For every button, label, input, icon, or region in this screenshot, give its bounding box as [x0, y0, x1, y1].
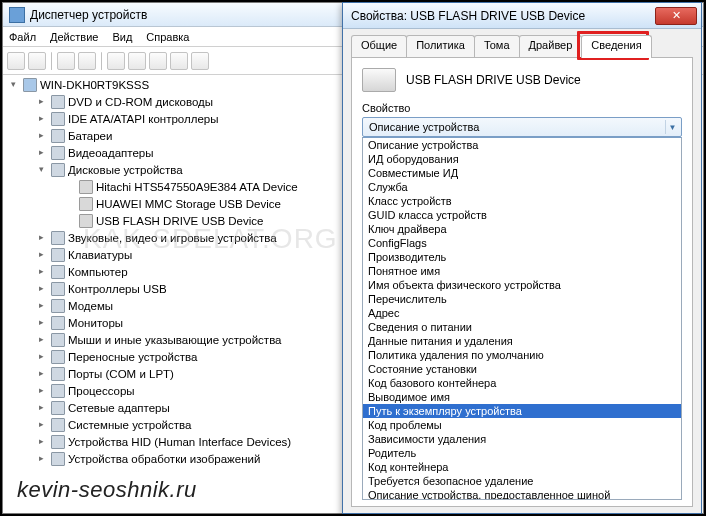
- tree-node-label[interactable]: Устройства обработки изображений: [68, 453, 260, 465]
- tree-toggle[interactable]: ▸: [37, 284, 46, 293]
- property-combobox[interactable]: Описание устройства ▼: [362, 117, 682, 137]
- tab-volumes[interactable]: Тома: [474, 35, 520, 57]
- tree-node-label[interactable]: Порты (COM и LPT): [68, 368, 174, 380]
- tree-node-label[interactable]: Клавиатуры: [68, 249, 132, 261]
- toolbar-disable-button[interactable]: [170, 52, 188, 70]
- property-option[interactable]: ConfigFlags: [363, 236, 681, 250]
- toolbar-update-button[interactable]: [128, 52, 146, 70]
- tree-node-label[interactable]: Модемы: [68, 300, 113, 312]
- tree-leaf-label[interactable]: HUAWEI MMC Storage USB Device: [96, 198, 281, 210]
- tree-node-label[interactable]: Процессоры: [68, 385, 135, 397]
- property-option[interactable]: Понятное имя: [363, 264, 681, 278]
- tree-leaf-label[interactable]: Hitachi HTS547550A9E384 ATA Device: [96, 181, 298, 193]
- property-option[interactable]: Выводимое имя: [363, 390, 681, 404]
- tree-node-label[interactable]: Мыши и иные указывающие устройства: [68, 334, 282, 346]
- property-option[interactable]: Адрес: [363, 306, 681, 320]
- tree-toggle[interactable]: ▸: [37, 352, 46, 361]
- tree-node-label[interactable]: Видеоадаптеры: [68, 147, 154, 159]
- device-tree[interactable]: ▾WIN-DKH0RT9KSSS▸DVD и CD-ROM дисководы▸…: [7, 77, 339, 507]
- dialog-titlebar[interactable]: Свойства: USB FLASH DRIVE USB Device ✕: [343, 3, 701, 29]
- property-option[interactable]: GUID класса устройств: [363, 208, 681, 222]
- tree-node-label[interactable]: Звуковые, видео и игровые устройства: [68, 232, 277, 244]
- tree-toggle[interactable]: ▸: [37, 437, 46, 446]
- tree-toggle[interactable]: ▾: [37, 165, 46, 174]
- property-option[interactable]: Родитель: [363, 446, 681, 460]
- tab-details[interactable]: Сведения: [581, 35, 651, 58]
- tree-toggle[interactable]: ▸: [37, 403, 46, 412]
- property-option[interactable]: Код проблемы: [363, 418, 681, 432]
- toolbar-separator: [51, 52, 52, 70]
- tree-toggle[interactable]: ▾: [9, 80, 18, 89]
- category-icon: [51, 418, 65, 432]
- category-icon: [51, 265, 65, 279]
- tree-node-label[interactable]: DVD и CD-ROM дисководы: [68, 96, 213, 108]
- tree-toggle[interactable]: ▸: [37, 233, 46, 242]
- property-option[interactable]: Класс устройств: [363, 194, 681, 208]
- tab-driver[interactable]: Драйвер: [519, 35, 583, 57]
- category-icon: [51, 435, 65, 449]
- tree-toggle[interactable]: ▸: [37, 301, 46, 310]
- property-option[interactable]: Совместимые ИД: [363, 166, 681, 180]
- toolbar-help-button[interactable]: [78, 52, 96, 70]
- tree-node-label[interactable]: Сетевые адаптеры: [68, 402, 170, 414]
- property-option[interactable]: Производитель: [363, 250, 681, 264]
- toolbar-uninstall-button[interactable]: [149, 52, 167, 70]
- toolbar-properties-button[interactable]: [191, 52, 209, 70]
- tree-leaf-label[interactable]: USB FLASH DRIVE USB Device: [96, 215, 263, 227]
- tree-toggle[interactable]: ▸: [37, 250, 46, 259]
- menu-help[interactable]: Справка: [146, 31, 189, 43]
- property-option[interactable]: Имя объекта физического устройства: [363, 278, 681, 292]
- close-button[interactable]: ✕: [655, 7, 697, 25]
- property-option[interactable]: Состояние установки: [363, 362, 681, 376]
- property-option[interactable]: Зависимости удаления: [363, 432, 681, 446]
- toolbar-forward-button[interactable]: [28, 52, 46, 70]
- property-option[interactable]: Описание устройства, предоставленное шин…: [363, 488, 681, 500]
- tree-toggle[interactable]: ▸: [37, 454, 46, 463]
- tree-node-label[interactable]: Компьютер: [68, 266, 128, 278]
- property-option[interactable]: Политика удаления по умолчанию: [363, 348, 681, 362]
- tree-toggle[interactable]: ▸: [37, 420, 46, 429]
- tree-toggle[interactable]: ▸: [37, 369, 46, 378]
- property-option[interactable]: Описание устройства: [363, 138, 681, 152]
- tree-toggle[interactable]: ▸: [37, 267, 46, 276]
- tree-toggle[interactable]: ▸: [37, 148, 46, 157]
- toolbar-view-button[interactable]: [57, 52, 75, 70]
- tree-node-label[interactable]: Системные устройства: [68, 419, 191, 431]
- tree-toggle[interactable]: ▸: [37, 318, 46, 327]
- tree-node-label[interactable]: Контроллеры USB: [68, 283, 167, 295]
- tab-general[interactable]: Общие: [351, 35, 407, 57]
- tree-node-label[interactable]: Дисковые устройства: [68, 164, 183, 176]
- menu-file[interactable]: Файл: [9, 31, 36, 43]
- property-dropdown-list[interactable]: Описание устройстваИД оборудованияСовмес…: [362, 137, 682, 500]
- property-option[interactable]: Данные питания и удаления: [363, 334, 681, 348]
- property-option[interactable]: Код контейнера: [363, 460, 681, 474]
- property-option[interactable]: Путь к экземпляру устройства: [363, 404, 681, 418]
- footer-watermark: kevin-seoshnik.ru: [17, 477, 197, 503]
- tree-toggle[interactable]: ▸: [37, 97, 46, 106]
- property-option[interactable]: Требуется безопасное удаление: [363, 474, 681, 488]
- tree-toggle[interactable]: ▸: [37, 114, 46, 123]
- tree-node-label[interactable]: Переносные устройства: [68, 351, 197, 363]
- toolbar-scan-button[interactable]: [107, 52, 125, 70]
- tree-root-label[interactable]: WIN-DKH0RT9KSSS: [40, 79, 149, 91]
- property-option[interactable]: Ключ драйвера: [363, 222, 681, 236]
- tree-toggle[interactable]: ▸: [37, 131, 46, 140]
- property-option[interactable]: Сведения о питании: [363, 320, 681, 334]
- tree-toggle[interactable]: ▸: [37, 335, 46, 344]
- property-option[interactable]: Код базового контейнера: [363, 376, 681, 390]
- property-option[interactable]: Перечислитель: [363, 292, 681, 306]
- tree-toggle[interactable]: ▸: [37, 386, 46, 395]
- tree-node-label[interactable]: IDE ATA/ATAPI контроллеры: [68, 113, 219, 125]
- property-selected-value: Описание устройства: [369, 121, 479, 133]
- property-option[interactable]: ИД оборудования: [363, 152, 681, 166]
- property-option[interactable]: Служба: [363, 180, 681, 194]
- category-icon: [51, 282, 65, 296]
- tab-policy[interactable]: Политика: [406, 35, 475, 57]
- menu-action[interactable]: Действие: [50, 31, 98, 43]
- tree-node-label[interactable]: Устройства HID (Human Interface Devices): [68, 436, 291, 448]
- toolbar-back-button[interactable]: [7, 52, 25, 70]
- disk-icon: [79, 197, 93, 211]
- tree-node-label[interactable]: Мониторы: [68, 317, 123, 329]
- tree-node-label[interactable]: Батареи: [68, 130, 112, 142]
- menu-view[interactable]: Вид: [112, 31, 132, 43]
